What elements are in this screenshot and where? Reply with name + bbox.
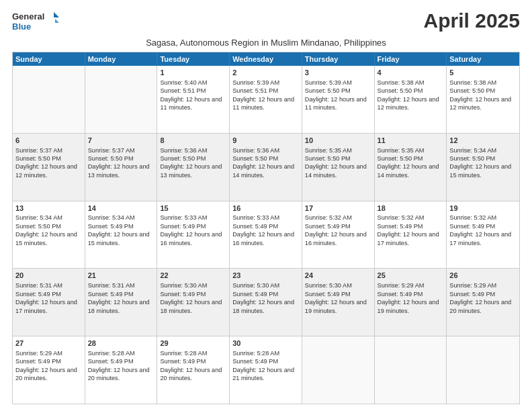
day-number: 18 [378, 203, 444, 214]
day-info: Sunset: 5:50 PM [378, 154, 444, 163]
weekday-header-sunday: Sunday [13, 52, 85, 66]
day-info: Sunrise: 5:37 AM [15, 146, 82, 154]
day-info: Sunrise: 5:30 AM [232, 281, 299, 289]
calendar-cell: 14Sunrise: 5:34 AMSunset: 5:49 PMDayligh… [85, 201, 158, 269]
weekday-header-friday: Friday [375, 52, 447, 66]
day-info: Sunset: 5:51 PM [232, 87, 299, 95]
calendar-row-2: 13Sunrise: 5:34 AMSunset: 5:50 PMDayligh… [13, 201, 519, 269]
day-info: Sunset: 5:49 PM [88, 222, 154, 230]
day-number: 16 [232, 203, 299, 214]
day-info: Sunrise: 5:37 AM [88, 146, 154, 154]
calendar-cell: 15Sunrise: 5:33 AMSunset: 5:49 PMDayligh… [157, 201, 230, 269]
logo: General Blue [12, 9, 59, 35]
day-info: Sunrise: 5:29 AM [15, 349, 82, 357]
day-number: 14 [88, 203, 154, 214]
svg-text:Blue: Blue [12, 21, 31, 32]
day-info: Daylight: 12 hours and 19 minutes. [305, 298, 371, 315]
day-info: Sunset: 5:49 PM [378, 290, 444, 298]
day-info: Sunrise: 5:31 AM [15, 281, 82, 289]
calendar-cell: 26Sunrise: 5:29 AMSunset: 5:49 PMDayligh… [447, 269, 519, 336]
day-info: Sunset: 5:51 PM [160, 87, 226, 95]
day-number: 7 [88, 136, 154, 146]
weekday-header-wednesday: Wednesday [230, 52, 302, 66]
day-info: Daylight: 12 hours and 16 minutes. [160, 230, 226, 247]
calendar-row-3: 20Sunrise: 5:31 AMSunset: 5:49 PMDayligh… [13, 269, 519, 336]
day-info: Sunset: 5:49 PM [88, 357, 154, 365]
logo-svg: General Blue [12, 9, 59, 35]
day-info: Sunset: 5:49 PM [15, 290, 82, 298]
day-info: Sunset: 5:49 PM [449, 290, 517, 298]
calendar-body: 1Sunrise: 5:40 AMSunset: 5:51 PMDaylight… [13, 66, 519, 404]
day-info: Sunrise: 5:28 AM [88, 349, 154, 357]
day-info: Daylight: 12 hours and 14 minutes. [305, 163, 371, 179]
calendar-cell: 1Sunrise: 5:40 AMSunset: 5:51 PMDaylight… [157, 66, 230, 133]
calendar-cell: 2Sunrise: 5:39 AMSunset: 5:51 PMDaylight… [230, 66, 302, 133]
day-number: 17 [305, 203, 371, 214]
day-info: Sunrise: 5:30 AM [160, 281, 226, 289]
day-info: Sunset: 5:50 PM [449, 87, 517, 95]
day-number: 5 [449, 68, 517, 78]
day-info: Sunrise: 5:35 AM [305, 146, 371, 154]
day-info: Sunset: 5:50 PM [232, 154, 299, 163]
day-number: 2 [232, 68, 299, 78]
day-info: Sunset: 5:49 PM [232, 290, 299, 298]
day-info: Daylight: 12 hours and 14 minutes. [232, 163, 299, 179]
day-info: Daylight: 12 hours and 20 minutes. [160, 366, 226, 383]
weekday-header-saturday: Saturday [447, 52, 519, 66]
svg-text:General: General [12, 11, 44, 21]
day-info: Sunrise: 5:36 AM [160, 146, 226, 154]
day-info: Daylight: 12 hours and 17 minutes. [15, 298, 82, 315]
day-info: Daylight: 12 hours and 11 minutes. [305, 95, 371, 112]
day-info: Sunset: 5:49 PM [232, 357, 299, 365]
day-info: Daylight: 12 hours and 14 minutes. [378, 163, 444, 179]
day-number: 19 [449, 203, 517, 214]
calendar-cell: 27Sunrise: 5:29 AMSunset: 5:49 PMDayligh… [13, 336, 85, 404]
day-info: Daylight: 12 hours and 20 minutes. [449, 298, 517, 315]
day-info: Daylight: 12 hours and 19 minutes. [378, 298, 444, 315]
day-info: Daylight: 12 hours and 11 minutes. [232, 95, 299, 112]
day-info: Daylight: 12 hours and 20 minutes. [88, 366, 154, 383]
day-number: 29 [160, 338, 226, 349]
day-info: Sunrise: 5:38 AM [378, 79, 444, 87]
day-number: 9 [232, 136, 299, 146]
day-number: 13 [15, 203, 82, 214]
calendar-cell: 22Sunrise: 5:30 AMSunset: 5:49 PMDayligh… [157, 269, 230, 336]
calendar-cell: 6Sunrise: 5:37 AMSunset: 5:50 PMDaylight… [13, 134, 85, 201]
day-info: Sunrise: 5:32 AM [449, 214, 517, 222]
day-number: 22 [160, 271, 226, 281]
day-info: Sunrise: 5:29 AM [378, 281, 444, 289]
day-info: Sunrise: 5:28 AM [232, 349, 299, 357]
day-info: Daylight: 12 hours and 15 minutes. [88, 230, 154, 247]
day-number: 21 [88, 271, 154, 281]
day-info: Sunset: 5:49 PM [378, 222, 444, 230]
day-number: 24 [305, 271, 371, 281]
day-number: 3 [305, 68, 371, 78]
weekday-header-monday: Monday [85, 52, 158, 66]
day-info: Sunrise: 5:39 AM [232, 79, 299, 87]
day-info: Sunrise: 5:38 AM [449, 79, 517, 87]
day-info: Sunrise: 5:28 AM [160, 349, 226, 357]
day-info: Sunrise: 5:32 AM [378, 214, 444, 222]
day-info: Sunset: 5:49 PM [160, 357, 226, 365]
day-info: Sunset: 5:49 PM [232, 222, 299, 230]
header: General Blue April 2025 [12, 9, 520, 35]
day-info: Sunrise: 5:34 AM [15, 214, 82, 222]
day-info: Sunrise: 5:34 AM [88, 214, 154, 222]
day-number: 6 [15, 136, 82, 146]
day-info: Daylight: 12 hours and 16 minutes. [232, 230, 299, 247]
day-info: Sunset: 5:50 PM [305, 87, 371, 95]
day-info: Sunrise: 5:39 AM [305, 79, 371, 87]
day-info: Daylight: 12 hours and 17 minutes. [449, 230, 517, 247]
day-info: Daylight: 12 hours and 12 minutes. [15, 163, 82, 179]
day-info: Daylight: 12 hours and 18 minutes. [232, 298, 299, 315]
day-info: Daylight: 12 hours and 13 minutes. [160, 163, 226, 179]
svg-marker-3 [55, 19, 59, 23]
day-info: Sunset: 5:50 PM [88, 154, 154, 163]
calendar-cell: 5Sunrise: 5:38 AMSunset: 5:50 PMDaylight… [447, 66, 519, 133]
calendar-cell: 20Sunrise: 5:31 AMSunset: 5:49 PMDayligh… [13, 269, 85, 336]
calendar-cell: 12Sunrise: 5:34 AMSunset: 5:50 PMDayligh… [447, 134, 519, 201]
calendar-cell: 21Sunrise: 5:31 AMSunset: 5:49 PMDayligh… [85, 269, 158, 336]
calendar-cell: 28Sunrise: 5:28 AMSunset: 5:49 PMDayligh… [85, 336, 158, 404]
calendar-header: SundayMondayTuesdayWednesdayThursdayFrid… [13, 52, 519, 66]
main-title: April 2025 [424, 9, 520, 32]
